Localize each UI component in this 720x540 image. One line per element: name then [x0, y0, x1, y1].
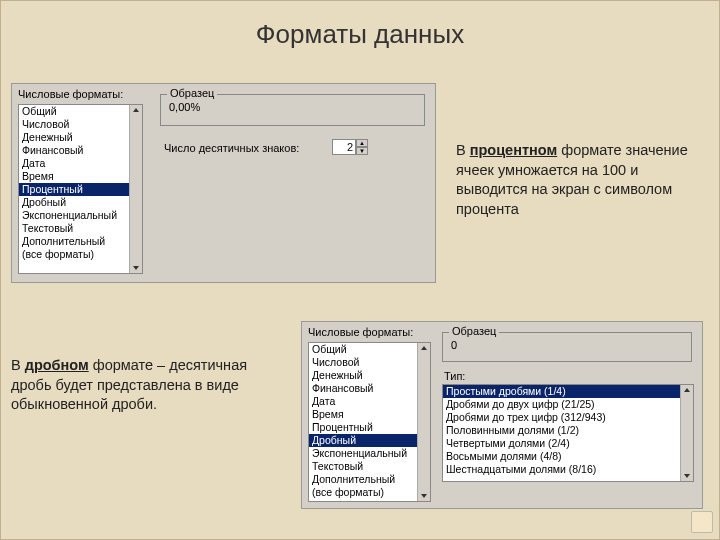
fraction-description: В дробном формате – десятичная дробь буд…	[11, 356, 271, 415]
list-item[interactable]: Общий	[19, 105, 142, 118]
list-item[interactable]: Дробный	[19, 196, 142, 209]
list-item[interactable]: Шестнадцатыми долями (8/16)	[443, 463, 693, 476]
sample-label: Образец	[449, 325, 499, 337]
types-listbox[interactable]: Простыми дробями (1/4)Дробями до двух ци…	[442, 384, 694, 482]
percent-format-panel: Числовые форматы: ОбщийЧисловойДенежныйФ…	[11, 83, 436, 283]
list-item[interactable]: Восьмыми долями (4/8)	[443, 450, 693, 463]
list-item[interactable]: Простыми дробями (1/4)	[443, 385, 693, 398]
list-item[interactable]: Текстовый	[19, 222, 142, 235]
list-item[interactable]: Дополнительный	[19, 235, 142, 248]
page-title: Форматы данных	[1, 1, 719, 64]
list-item[interactable]: Экспоненциальный	[19, 209, 142, 222]
list-item[interactable]: Денежный	[19, 131, 142, 144]
list-item[interactable]: Четвертыми долями (2/4)	[443, 437, 693, 450]
decimals-label: Число десятичных знаков:	[164, 142, 299, 154]
list-item[interactable]: Числовой	[19, 118, 142, 131]
sample-group: Образец 0,00%	[160, 94, 425, 126]
list-item[interactable]: Дробями до трех цифр (312/943)	[443, 411, 693, 424]
percent-description: В процентном формате значение ячеек умно…	[456, 141, 706, 219]
list-item[interactable]: Дробный	[309, 434, 430, 447]
list-item[interactable]: Финансовый	[309, 382, 430, 395]
list-item[interactable]: Экспоненциальный	[309, 447, 430, 460]
list-item[interactable]: Дата	[309, 395, 430, 408]
list-item[interactable]: Общий	[309, 343, 430, 356]
list-item[interactable]: Денежный	[309, 369, 430, 382]
list-item[interactable]: Числовой	[309, 356, 430, 369]
list-item[interactable]: Процентный	[19, 183, 142, 196]
list-item[interactable]: Финансовый	[19, 144, 142, 157]
scrollbar[interactable]	[417, 343, 430, 501]
list-item[interactable]: Дата	[19, 157, 142, 170]
scrollbar[interactable]	[129, 105, 142, 273]
fraction-format-panel: Числовые форматы: ОбщийЧисловойДенежныйФ…	[301, 321, 703, 509]
decimals-stepper[interactable]: 2 ▲▼	[332, 139, 368, 155]
list-item[interactable]: (все форматы)	[19, 248, 142, 261]
type-label: Тип:	[444, 370, 465, 382]
formats-listbox[interactable]: ОбщийЧисловойДенежныйФинансовыйДатаВремя…	[18, 104, 143, 274]
corner-icon	[691, 511, 713, 533]
list-item[interactable]: Время	[19, 170, 142, 183]
scrollbar[interactable]	[680, 385, 693, 481]
list-item[interactable]: Время	[309, 408, 430, 421]
formats-listbox[interactable]: ОбщийЧисловойДенежныйФинансовыйДатаВремя…	[308, 342, 431, 502]
spinner[interactable]: ▲▼	[356, 139, 368, 155]
list-item[interactable]: Процентный	[309, 421, 430, 434]
sample-group: Образец 0	[442, 332, 692, 362]
sample-label: Образец	[167, 87, 217, 99]
decimals-input[interactable]: 2	[332, 139, 356, 155]
list-item[interactable]: (все форматы)	[309, 486, 430, 499]
formats-label: Числовые форматы:	[308, 326, 413, 338]
formats-label: Числовые форматы:	[18, 88, 123, 100]
list-item[interactable]: Дробями до двух цифр (21/25)	[443, 398, 693, 411]
list-item[interactable]: Половинными долями (1/2)	[443, 424, 693, 437]
list-item[interactable]: Текстовый	[309, 460, 430, 473]
list-item[interactable]: Дополнительный	[309, 473, 430, 486]
